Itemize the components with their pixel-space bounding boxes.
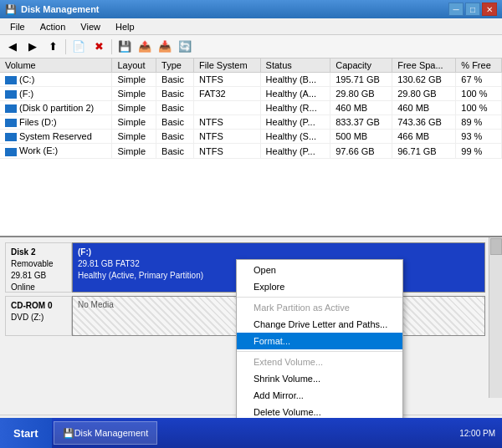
volume-icon bbox=[5, 104, 17, 113]
table-cell: (C:) bbox=[0, 73, 112, 87]
toolbar-btn3[interactable]: 📥 bbox=[156, 38, 174, 56]
table-cell: Basic bbox=[156, 87, 194, 101]
table-cell: 833.37 GB bbox=[330, 115, 392, 130]
toolbar-back[interactable]: ◀ bbox=[3, 38, 22, 56]
toolbar-btn1[interactable]: 💾 bbox=[115, 38, 134, 56]
toolbar-up[interactable]: ⬆ bbox=[44, 38, 62, 56]
title-controls: ─ □ ✕ bbox=[448, 3, 497, 16]
col-capacity[interactable]: Capacity bbox=[330, 59, 392, 73]
col-freepct[interactable]: % Free bbox=[456, 59, 502, 73]
table-cell: Simple bbox=[112, 101, 156, 115]
table-cell: System Reserved bbox=[0, 130, 112, 144]
table-cell: Basic bbox=[156, 115, 194, 130]
menu-bar: File Action View Help bbox=[0, 18, 502, 35]
table-cell: 743.36 GB bbox=[392, 115, 456, 130]
volume-icon bbox=[5, 76, 17, 84]
table-cell: 460 MB bbox=[392, 101, 456, 115]
toolbar-forward[interactable]: ▶ bbox=[23, 38, 42, 56]
cdrom0-label: CD-ROM 0 DVD (Z:) bbox=[5, 296, 72, 336]
table-cell bbox=[194, 101, 261, 115]
disk2-name: Disk 2 bbox=[11, 247, 66, 258]
table-cell: NTFS bbox=[194, 115, 261, 130]
taskbar-task-icon: 💾 bbox=[63, 428, 74, 439]
col-status[interactable]: Status bbox=[260, 59, 330, 73]
context-menu-item[interactable]: Format... bbox=[237, 333, 402, 349]
toolbar-btn2[interactable]: 📤 bbox=[136, 38, 154, 56]
table-cell: (F:) bbox=[0, 87, 112, 101]
table-cell: 67 % bbox=[456, 73, 502, 87]
table-cell: NTFS bbox=[194, 73, 261, 87]
table-cell: Basic bbox=[156, 144, 194, 158]
menu-help[interactable]: Help bbox=[109, 20, 141, 33]
toolbar: ◀ ▶ ⬆ 📄 ✖ 💾 📤 📥 🔄 bbox=[0, 35, 502, 59]
col-volume[interactable]: Volume bbox=[0, 59, 112, 73]
menu-view[interactable]: View bbox=[74, 20, 107, 33]
col-freespace[interactable]: Free Spa... bbox=[392, 59, 456, 73]
table-cell: Healthy (S... bbox=[260, 130, 330, 144]
col-filesystem[interactable]: File System bbox=[194, 59, 261, 73]
taskbar-task[interactable]: 💾 Disk Management bbox=[54, 421, 158, 445]
maximize-button[interactable]: □ bbox=[465, 3, 480, 16]
cdrom0-type: DVD (Z:) bbox=[11, 312, 66, 323]
window-icon: 💾 bbox=[5, 4, 17, 15]
toolbar-delete[interactable]: ✖ bbox=[90, 38, 108, 56]
table-cell: Work (E:) bbox=[0, 144, 112, 158]
disk-scrollbar[interactable] bbox=[489, 237, 502, 398]
cdrom0-name: CD-ROM 0 bbox=[11, 300, 66, 312]
table-cell: (Disk 0 partition 2) bbox=[0, 101, 112, 115]
table-cell: 500 MB bbox=[330, 130, 392, 144]
table-cell: 29.80 GB bbox=[330, 87, 392, 101]
disk2-label: Disk 2 Removable 29.81 GB Online bbox=[5, 242, 72, 293]
volume-icon bbox=[5, 90, 17, 99]
table-cell: Simple bbox=[112, 144, 156, 158]
context-menu-item[interactable]: Explore bbox=[237, 278, 402, 295]
table-cell: 29.80 GB bbox=[392, 87, 456, 101]
table-row[interactable]: Work (E:)SimpleBasicNTFSHealthy (P...97.… bbox=[0, 144, 502, 158]
col-type[interactable]: Type bbox=[156, 59, 194, 73]
toolbar-btn4[interactable]: 🔄 bbox=[176, 38, 194, 56]
context-menu-item[interactable]: Change Drive Letter and Paths... bbox=[237, 316, 402, 333]
start-label: Start bbox=[13, 427, 38, 440]
table-cell: 100 % bbox=[456, 87, 502, 101]
table-area: Volume Layout Type File System Status Ca… bbox=[0, 59, 502, 237]
volume-icon bbox=[5, 119, 17, 127]
table-cell: 93 % bbox=[456, 130, 502, 144]
table-cell: Basic bbox=[156, 73, 194, 87]
window-title: Disk Management bbox=[21, 4, 100, 14]
start-button[interactable]: Start bbox=[0, 418, 52, 448]
taskbar: Start 💾 Disk Management 12:00 PM bbox=[0, 418, 502, 448]
table-row[interactable]: System ReservedSimpleBasicNTFSHealthy (S… bbox=[0, 130, 502, 144]
table-row[interactable]: Files (D:)SimpleBasicNTFSHealthy (P...83… bbox=[0, 115, 502, 130]
volume-icon bbox=[5, 133, 17, 141]
table-cell: 97.66 GB bbox=[330, 144, 392, 158]
col-layout[interactable]: Layout bbox=[112, 59, 156, 73]
table-row[interactable]: (F:)SimpleBasicFAT32Healthy (A...29.80 G… bbox=[0, 87, 502, 101]
table-cell: Healthy (B... bbox=[260, 73, 330, 87]
close-button[interactable]: ✕ bbox=[482, 3, 497, 16]
volumes-table: Volume Layout Type File System Status Ca… bbox=[0, 59, 502, 159]
table-cell: Files (D:) bbox=[0, 115, 112, 130]
context-menu-item[interactable]: Open bbox=[237, 262, 402, 278]
table-row[interactable]: (Disk 0 partition 2)SimpleBasicHealthy (… bbox=[0, 101, 502, 115]
context-menu-item[interactable]: Add Mirror... bbox=[237, 387, 402, 404]
table-cell: NTFS bbox=[194, 144, 261, 158]
minimize-button[interactable]: ─ bbox=[448, 3, 464, 16]
table-row[interactable]: (C:)SimpleBasicNTFSHealthy (B...195.71 G… bbox=[0, 73, 502, 87]
menu-file[interactable]: File bbox=[3, 20, 32, 33]
disk-scroll-thumb[interactable] bbox=[490, 238, 502, 255]
tray-time: 12:00 PM bbox=[459, 429, 495, 438]
table-cell: Simple bbox=[112, 115, 156, 130]
context-menu-item: Mark Partition as Active bbox=[237, 299, 402, 316]
table-cell: Simple bbox=[112, 87, 156, 101]
table-cell: Basic bbox=[156, 101, 194, 115]
table-cell: 130.62 GB bbox=[392, 73, 456, 87]
table-cell: NTFS bbox=[194, 130, 261, 144]
context-menu-item[interactable]: Shrink Volume... bbox=[237, 370, 402, 387]
taskbar-tray: 12:00 PM bbox=[453, 429, 502, 438]
context-menu-separator bbox=[237, 351, 402, 352]
toolbar-properties[interactable]: 📄 bbox=[69, 38, 88, 56]
table-cell: Simple bbox=[112, 73, 156, 87]
menu-action[interactable]: Action bbox=[33, 20, 73, 33]
table-cell: 89 % bbox=[456, 115, 502, 130]
taskbar-task-label: Disk Management bbox=[74, 428, 149, 438]
